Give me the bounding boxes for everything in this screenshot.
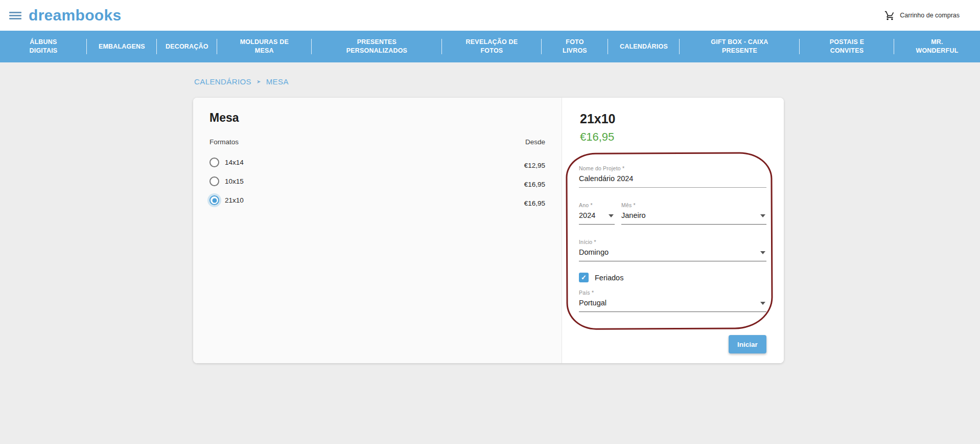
breadcrumb-calendarios[interactable]: CALENDÁRIOS <box>194 77 251 86</box>
formats-column-label: Formatos <box>209 138 239 146</box>
config-panel: 21x10 €16,95 Nome do Projeto * Calendári… <box>562 98 784 363</box>
main-navigation: ÁLBUNS DIGITAIS EMBALAGENS DECORAÇÃO MOL… <box>0 31 980 62</box>
country-select-value[interactable]: Portugal <box>579 299 766 312</box>
project-name-field[interactable]: Nome do Projeto * Calendário 2024 <box>579 165 766 188</box>
nav-item-gift-box[interactable]: GIFT BOX - CAIXA PRESENTE <box>680 31 800 62</box>
page-title: Mesa <box>209 110 545 125</box>
format-label: 10x15 <box>225 177 244 185</box>
nav-item-revelacao-de-fotos[interactable]: REVELAÇÃO DE FOTOS <box>442 31 542 62</box>
breadcrumb-mesa[interactable]: MESA <box>266 77 289 86</box>
nav-item-label: REVELAÇÃO DE FOTOS <box>463 38 520 55</box>
product-card: Mesa Formatos Desde 14x14 €12,95 10x15 €… <box>193 98 784 363</box>
format-option-14x14[interactable]: 14x14 €12,95 <box>209 153 545 172</box>
start-day-label: Início * <box>579 239 766 245</box>
formats-panel: Mesa Formatos Desde 14x14 €12,95 10x15 €… <box>193 98 562 363</box>
nav-item-embalagens[interactable]: EMBALAGENS <box>87 31 157 62</box>
nav-item-albuns-digitais[interactable]: ÁLBUNS DIGITAIS <box>0 31 87 62</box>
formats-table-header: Formatos Desde <box>209 138 545 146</box>
country-select[interactable]: País * Portugal <box>579 290 766 312</box>
year-select[interactable]: Ano * 2024 <box>579 202 615 225</box>
start-day-select-value[interactable]: Domingo <box>579 248 766 261</box>
format-option-10x15[interactable]: 10x15 €16,95 <box>209 172 545 191</box>
nav-item-foto-livros[interactable]: FOTO LIVROS <box>542 31 608 62</box>
cart-label: Carrinho de compras <box>900 12 960 19</box>
iniciar-button[interactable]: Iniciar <box>729 335 766 353</box>
holidays-label: Feriados <box>595 274 623 282</box>
format-label: 21x10 <box>225 196 244 204</box>
nav-item-calendarios[interactable]: CALENDÁRIOS <box>608 31 680 62</box>
selected-format-price: €16,95 <box>579 130 768 144</box>
chevron-down-icon[interactable] <box>760 302 765 305</box>
month-select[interactable]: Mês * Janeiro <box>621 202 766 225</box>
month-label: Mês * <box>621 202 766 208</box>
month-value: Janeiro <box>621 211 646 219</box>
country-label: País * <box>579 290 766 296</box>
format-label: 14x14 <box>225 159 244 166</box>
holidays-checkbox-row[interactable]: Feriados <box>579 273 766 282</box>
nav-item-presentes-personalizados[interactable]: PRESENTES PERSONALIZADOS <box>312 31 442 62</box>
nav-item-mr-wonderful[interactable]: MR. WONDERFUL <box>894 31 980 62</box>
logo[interactable]: dreambooks <box>29 7 121 24</box>
month-select-value[interactable]: Janeiro <box>621 211 766 225</box>
nav-item-decoracao[interactable]: DECORAÇÃO <box>157 31 217 62</box>
nav-item-label: EMBALAGENS <box>99 42 145 51</box>
selected-format-title: 21x10 <box>579 112 768 126</box>
nav-item-postais-e-convites[interactable]: POSTAIS E CONVITES <box>800 31 894 62</box>
button-row: Iniciar <box>579 335 766 353</box>
cart-button[interactable]: Carrinho de compras <box>884 0 960 31</box>
start-day-value: Domingo <box>579 248 609 256</box>
radio-icon[interactable] <box>209 176 219 186</box>
year-select-value[interactable]: 2024 <box>579 211 615 225</box>
format-price: €12,95 <box>524 162 545 169</box>
breadcrumb: CALENDÁRIOS ➤ MESA <box>194 77 980 86</box>
year-month-row: Ano * 2024 Mês * Janeiro <box>579 202 766 225</box>
nav-item-label: DECORAÇÃO <box>166 42 208 51</box>
nav-item-label: PRESENTES PERSONALIZADOS <box>341 38 412 55</box>
radio-checked-icon[interactable] <box>209 195 219 205</box>
breadcrumb-arrow-icon: ➤ <box>256 79 261 84</box>
chevron-down-icon[interactable] <box>760 214 765 217</box>
nav-item-molduras-de-mesa[interactable]: MOLDURAS DE MESA <box>217 31 312 62</box>
nav-item-label: FOTO LIVROS <box>559 38 590 55</box>
format-option-21x10[interactable]: 21x10 €16,95 <box>209 191 545 210</box>
nav-item-label: POSTAIS E CONVITES <box>824 38 870 55</box>
from-column-label: Desde <box>525 138 545 146</box>
format-price: €16,95 <box>524 181 545 188</box>
project-name-label: Nome do Projeto * <box>579 165 766 171</box>
cart-icon <box>884 10 895 21</box>
format-price: €16,95 <box>524 199 545 207</box>
year-label: Ano * <box>579 202 615 208</box>
nav-item-label: CALENDÁRIOS <box>620 42 668 51</box>
hamburger-menu-icon[interactable] <box>9 10 21 21</box>
nav-item-label: MOLDURAS DE MESA <box>236 38 292 55</box>
nav-item-label: ÁLBUNS DIGITAIS <box>26 38 61 55</box>
country-value: Portugal <box>579 299 606 307</box>
chevron-down-icon[interactable] <box>609 214 614 217</box>
top-header: dreambooks Carrinho de compras <box>0 0 980 31</box>
start-day-select[interactable]: Início * Domingo <box>579 239 766 261</box>
radio-icon[interactable] <box>209 158 219 167</box>
nav-item-label: MR. WONDERFUL <box>912 38 963 55</box>
nav-item-label: GIFT BOX - CAIXA PRESENTE <box>701 38 778 55</box>
format-options-list: 14x14 €12,95 10x15 €16,95 21x10 €16,95 <box>209 153 545 210</box>
config-form: Nome do Projeto * Calendário 2024 Ano * … <box>579 165 766 353</box>
chevron-down-icon[interactable] <box>760 251 765 254</box>
year-value: 2024 <box>579 211 595 219</box>
checkbox-checked-icon[interactable] <box>579 273 589 282</box>
project-name-input[interactable]: Calendário 2024 <box>579 174 766 188</box>
